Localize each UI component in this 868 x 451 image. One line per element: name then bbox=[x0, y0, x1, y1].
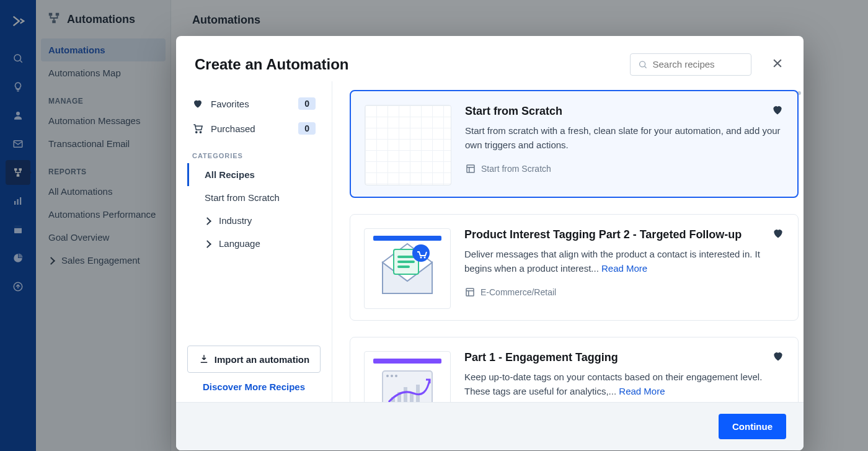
recipe-card-start-from-scratch[interactable]: Start from Scratch Start from scratch wi… bbox=[350, 90, 799, 198]
category-start-from-scratch[interactable]: Start from Scratch bbox=[187, 186, 321, 209]
svg-point-15 bbox=[640, 61, 645, 66]
svg-point-16 bbox=[196, 132, 197, 133]
svg-rect-28 bbox=[373, 359, 441, 364]
read-more-link[interactable]: Read More bbox=[601, 263, 647, 274]
modal-title: Create an Automation bbox=[195, 56, 348, 73]
heart-icon bbox=[772, 350, 784, 362]
recipe-tag: Start from Scratch bbox=[481, 164, 551, 174]
category-all-recipes[interactable]: All Recipes bbox=[187, 163, 321, 186]
categories-header: CATEGORIES bbox=[187, 141, 321, 163]
svg-rect-35 bbox=[404, 387, 407, 402]
recipe-title: Start from Scratch bbox=[465, 105, 784, 118]
recipe-tag: E-Commerce/Retail bbox=[480, 287, 556, 297]
svg-point-26 bbox=[424, 257, 426, 259]
purchased-row[interactable]: Purchased 0 bbox=[187, 116, 321, 141]
heart-icon bbox=[192, 98, 203, 109]
favorite-toggle[interactable] bbox=[772, 350, 784, 365]
discover-recipes-link[interactable]: Discover More Recipes bbox=[187, 382, 321, 392]
search-icon bbox=[638, 59, 648, 70]
recipe-card-product-interest[interactable]: Product Interest Tagging Part 2 - Target… bbox=[350, 214, 799, 321]
create-automation-modal: Create an Automation Favorites bbox=[176, 36, 804, 450]
layout-icon bbox=[465, 163, 476, 174]
svg-rect-18 bbox=[467, 165, 474, 172]
favorite-toggle[interactable] bbox=[772, 227, 784, 242]
recipe-title: Product Interest Tagging Part 2 - Target… bbox=[464, 228, 784, 241]
chevron-right-icon bbox=[205, 215, 214, 226]
recipe-description: Deliver messages that align with the pro… bbox=[464, 248, 784, 275]
favorites-row[interactable]: Favorites 0 bbox=[187, 91, 321, 116]
svg-point-31 bbox=[391, 375, 393, 377]
recipe-thumbnail bbox=[364, 228, 451, 309]
svg-point-30 bbox=[386, 375, 389, 377]
close-icon bbox=[771, 57, 784, 69]
svg-rect-19 bbox=[373, 236, 441, 241]
favorites-label: Favorites bbox=[211, 99, 249, 109]
recipe-card-engagement-tagging[interactable]: Part 1 - Engagement Tagging Keep up-to-d… bbox=[350, 337, 799, 402]
recipe-title: Part 1 - Engagement Tagging bbox=[464, 351, 784, 364]
svg-point-25 bbox=[420, 257, 422, 259]
recipe-thumbnail bbox=[365, 105, 451, 185]
svg-point-32 bbox=[395, 375, 397, 377]
purchased-count: 0 bbox=[298, 122, 316, 135]
svg-rect-21 bbox=[397, 256, 415, 258]
heart-icon bbox=[772, 227, 784, 239]
modal-footer: Continue bbox=[176, 402, 804, 450]
recipe-description: Start from scratch with a fresh, clean s… bbox=[465, 124, 784, 152]
recipe-thumbnail bbox=[364, 351, 451, 402]
svg-point-17 bbox=[200, 132, 201, 133]
purchased-label: Purchased bbox=[211, 123, 255, 134]
cart-icon bbox=[192, 123, 203, 134]
recipe-list[interactable]: Start from Scratch Start from scratch wi… bbox=[332, 81, 804, 402]
continue-button[interactable]: Continue bbox=[719, 414, 786, 439]
svg-rect-23 bbox=[397, 266, 410, 268]
svg-rect-36 bbox=[410, 393, 414, 402]
category-label: Language bbox=[219, 238, 260, 249]
heart-icon bbox=[771, 104, 784, 116]
category-language[interactable]: Language bbox=[187, 232, 321, 255]
svg-point-24 bbox=[412, 244, 430, 262]
search-input[interactable] bbox=[653, 59, 743, 69]
layout-icon bbox=[464, 287, 476, 298]
svg-rect-22 bbox=[397, 261, 415, 263]
modal-sidebar: Favorites 0 Purchased 0 CATEGORIES All R… bbox=[176, 81, 332, 402]
svg-rect-27 bbox=[466, 288, 474, 296]
close-button[interactable] bbox=[761, 52, 785, 76]
category-label: Industry bbox=[219, 215, 252, 226]
favorite-toggle[interactable] bbox=[771, 104, 784, 118]
read-more-link[interactable]: Read More bbox=[619, 386, 665, 396]
recipe-search[interactable] bbox=[630, 53, 751, 76]
import-label: Import an automation bbox=[215, 354, 309, 365]
import-automation-button[interactable]: Import an automation bbox=[187, 346, 321, 373]
download-icon bbox=[198, 354, 210, 365]
category-industry[interactable]: Industry bbox=[187, 209, 321, 232]
favorites-count: 0 bbox=[298, 97, 316, 110]
recipe-description: Keep up-to-date tags on your contacts ba… bbox=[464, 370, 784, 398]
chevron-right-icon bbox=[205, 238, 214, 249]
